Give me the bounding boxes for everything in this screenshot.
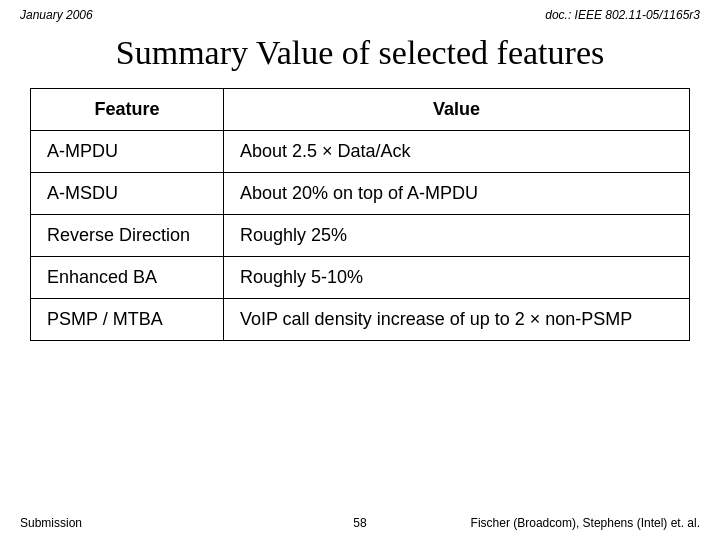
table-row: A-MPDUAbout 2.5 × Data/Ack <box>31 131 690 173</box>
table-row: PSMP / MTBAVoIP call density increase of… <box>31 299 690 341</box>
column-header-value: Value <box>223 89 689 131</box>
table-row: Reverse DirectionRoughly 25% <box>31 215 690 257</box>
footer-right: Fischer (Broadcom), Stephens (Intel) et.… <box>471 516 700 530</box>
cell-feature: A-MPDU <box>31 131 224 173</box>
cell-value: VoIP call density increase of up to 2 × … <box>223 299 689 341</box>
footer-bar: Submission 58 Fischer (Broadcom), Stephe… <box>0 516 720 530</box>
header-right: doc.: IEEE 802.11-05/1165r3 <box>545 8 700 22</box>
header-bar: January 2006 doc.: IEEE 802.11-05/1165r3 <box>0 0 720 26</box>
cell-feature: PSMP / MTBA <box>31 299 224 341</box>
cell-value: About 20% on top of A-MPDU <box>223 173 689 215</box>
cell-value: Roughly 25% <box>223 215 689 257</box>
table-row: A-MSDUAbout 20% on top of A-MPDU <box>31 173 690 215</box>
cell-value: Roughly 5-10% <box>223 257 689 299</box>
column-header-feature: Feature <box>31 89 224 131</box>
cell-feature: A-MSDU <box>31 173 224 215</box>
cell-value: About 2.5 × Data/Ack <box>223 131 689 173</box>
cell-feature: Enhanced BA <box>31 257 224 299</box>
features-table: Feature Value A-MPDUAbout 2.5 × Data/Ack… <box>30 88 690 341</box>
cell-feature: Reverse Direction <box>31 215 224 257</box>
header-left: January 2006 <box>20 8 93 22</box>
footer-center: 58 <box>353 516 366 530</box>
footer-left: Submission <box>20 516 82 530</box>
page-title: Summary Value of selected features <box>0 26 720 88</box>
table-header-row: Feature Value <box>31 89 690 131</box>
table-row: Enhanced BARoughly 5-10% <box>31 257 690 299</box>
